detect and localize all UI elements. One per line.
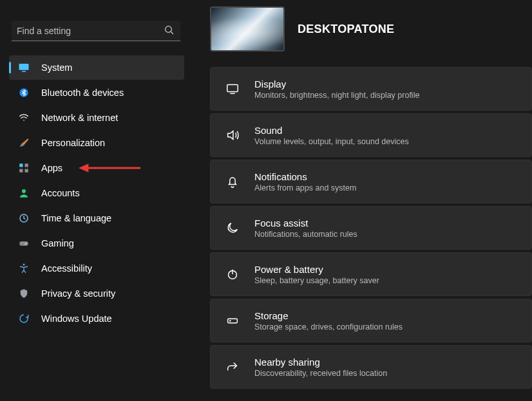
person-icon	[18, 187, 30, 199]
card-text: NotificationsAlerts from apps and system	[254, 171, 356, 192]
svg-rect-9	[25, 169, 28, 173]
svg-rect-14	[19, 241, 28, 246]
svg-rect-7	[25, 163, 28, 167]
card-sound[interactable]: SoundVolume levels, output, input, sound…	[210, 113, 532, 157]
sidebar-item-label: Network & internet	[41, 113, 118, 123]
display-icon	[220, 82, 245, 96]
device-name: DESKTOPATONE	[298, 23, 394, 36]
storage-icon	[220, 313, 245, 328]
clock-icon	[18, 212, 30, 224]
card-title: Notifications	[254, 171, 356, 182]
apps-icon	[18, 162, 30, 174]
sidebar-item-label: Privacy & security	[41, 288, 115, 299]
shield-icon	[18, 288, 30, 299]
card-text: Nearby sharingDiscoverability, received …	[254, 357, 387, 378]
svg-rect-6	[19, 163, 23, 167]
card-subtitle: Discoverability, received files location	[254, 369, 387, 378]
sidebar-item-time-language[interactable]: Time & language	[9, 206, 184, 230]
svg-point-23	[229, 321, 231, 322]
svg-point-17	[23, 264, 25, 266]
sidebar-item-bluetooth-devices[interactable]: Bluetooth & devices	[9, 80, 184, 105]
settings-card-list: DisplayMonitors, brightness, night light…	[193, 67, 532, 389]
sidebar-item-personalization[interactable]: Personalization	[9, 131, 184, 155]
avatar-placeholder	[8, 5, 185, 12]
sidebar-item-label: Personalization	[41, 138, 105, 148]
svg-rect-2	[19, 64, 29, 70]
sidebar-item-windows-update[interactable]: Windows Update	[9, 306, 184, 331]
card-display[interactable]: DisplayMonitors, brightness, night light…	[210, 67, 532, 111]
svg-line-1	[171, 32, 173, 34]
svg-point-16	[24, 244, 26, 245]
card-text: SoundVolume levels, output, input, sound…	[254, 125, 409, 146]
svg-marker-11	[79, 163, 88, 172]
card-storage[interactable]: StorageStorage space, drives, configurat…	[210, 299, 532, 342]
sidebar-item-apps[interactable]: Apps	[9, 156, 184, 180]
annotation-arrow	[79, 162, 140, 174]
card-text: Power & batterySleep, battery usage, bat…	[254, 264, 379, 285]
svg-point-5	[23, 120, 24, 121]
search-input[interactable]	[12, 21, 180, 41]
card-text: StorageStorage space, drives, configurat…	[254, 310, 403, 331]
card-notifications[interactable]: NotificationsAlerts from apps and system	[210, 160, 532, 203]
card-text: Focus assistNotifications, automatic rul…	[254, 218, 357, 239]
card-text: DisplayMonitors, brightness, night light…	[254, 79, 419, 100]
sidebar-item-accounts[interactable]: Accounts	[9, 181, 184, 205]
card-title: Power & battery	[254, 264, 379, 275]
search-field-wrap	[12, 21, 180, 41]
device-header: DESKTOPATONE	[193, 4, 532, 67]
sidebar-item-network-internet[interactable]: Network & internet	[9, 106, 184, 130]
card-focus-assist[interactable]: Focus assistNotifications, automatic rul…	[210, 206, 532, 250]
sidebar-item-label: Accessibility	[41, 263, 92, 274]
card-subtitle: Volume levels, output, input, sound devi…	[254, 137, 409, 146]
sidebar-item-label: Apps	[41, 163, 62, 173]
sound-icon	[220, 128, 245, 142]
brush-icon	[18, 137, 30, 149]
sidebar-item-label: Time & language	[41, 213, 111, 223]
share-icon	[220, 360, 245, 374]
gamepad-icon	[18, 238, 30, 249]
card-power-battery[interactable]: Power & batterySleep, battery usage, bat…	[210, 252, 532, 296]
sidebar-item-accessibility[interactable]: Accessibility	[9, 256, 184, 281]
search-icon	[164, 24, 175, 36]
svg-rect-8	[19, 169, 23, 173]
svg-rect-18	[227, 85, 238, 92]
monitor-icon	[18, 62, 30, 73]
card-title: Display	[254, 79, 419, 89]
svg-point-0	[166, 26, 172, 33]
card-subtitle: Notifications, automatic rules	[254, 230, 357, 239]
accessibility-icon	[18, 263, 30, 274]
power-icon	[220, 267, 245, 281]
sidebar-item-system[interactable]: System	[9, 55, 184, 80]
moon-icon	[220, 221, 245, 235]
update-icon	[18, 313, 30, 324]
bell-icon	[220, 174, 245, 189]
device-wallpaper-thumb[interactable]	[210, 6, 285, 51]
sidebar-item-gaming[interactable]: Gaming	[9, 231, 184, 256]
svg-rect-3	[22, 71, 26, 72]
card-subtitle: Storage space, drives, configuration rul…	[254, 322, 403, 331]
card-title: Focus assist	[254, 218, 357, 228]
bluetooth-icon	[18, 87, 30, 98]
svg-point-15	[26, 243, 27, 244]
sidebar-item-privacy-security[interactable]: Privacy & security	[9, 281, 184, 306]
sidebar-nav: SystemBluetooth & devicesNetwork & inter…	[8, 55, 185, 331]
svg-rect-22	[228, 319, 238, 322]
svg-point-12	[22, 189, 26, 193]
sidebar-item-label: Accounts	[41, 188, 80, 198]
sidebar-item-label: Windows Update	[41, 313, 112, 324]
sidebar-item-label: System	[41, 62, 72, 73]
wifi-icon	[18, 112, 30, 124]
card-title: Storage	[254, 310, 403, 321]
card-subtitle: Sleep, battery usage, battery saver	[254, 276, 379, 285]
card-title: Sound	[254, 125, 409, 136]
card-subtitle: Alerts from apps and system	[254, 183, 356, 192]
main-panel: DESKTOPATONE DisplayMonitors, brightness…	[193, 0, 532, 401]
sidebar-item-label: Bluetooth & devices	[41, 88, 124, 98]
card-title: Nearby sharing	[254, 357, 387, 368]
sidebar-item-label: Gaming	[41, 238, 74, 248]
settings-sidebar: SystemBluetooth & devicesNetwork & inter…	[0, 0, 193, 401]
card-subtitle: Monitors, brightness, night light, displ…	[254, 91, 419, 100]
card-nearby-sharing[interactable]: Nearby sharingDiscoverability, received …	[210, 345, 532, 389]
